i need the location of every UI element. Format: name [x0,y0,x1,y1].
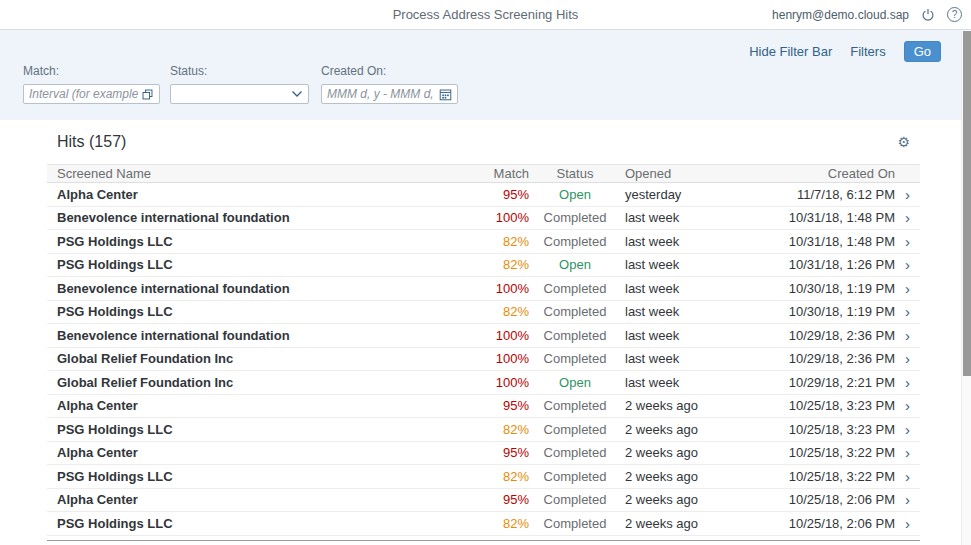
cell-opened: 2 weeks ago [621,422,785,437]
cell-opened: 2 weeks ago [621,398,785,413]
column-header-opened[interactable]: Opened [621,166,785,181]
table-row[interactable]: Benevolence international foundation 100… [47,207,920,231]
table-row[interactable]: PSG Holdings LLC 82% Open last week 10/3… [47,254,920,278]
help-icon[interactable]: ? [947,7,962,22]
table-row[interactable]: Alpha Center 95% Completed 2 weeks ago 1… [47,489,920,513]
cell-opened: last week [621,351,785,366]
cell-match: 82% [469,257,529,272]
table-bottom-divider [47,540,920,541]
cell-created: 10/25/18, 2:06 PM [785,492,895,507]
row-chevron-icon[interactable]: › [895,257,920,272]
row-chevron-icon[interactable]: › [895,445,920,460]
cell-match: 82% [469,469,529,484]
match-input[interactable] [29,87,138,101]
row-chevron-icon[interactable]: › [895,351,920,366]
row-chevron-icon[interactable]: › [895,492,920,507]
status-select[interactable] [170,84,309,104]
hide-filter-bar-link[interactable]: Hide Filter Bar [749,44,832,59]
table-settings-gear-icon[interactable]: ⚙ [897,135,920,149]
cell-screened-name: PSG Holdings LLC [47,257,469,272]
row-chevron-icon[interactable]: › [895,210,920,225]
row-chevron-icon[interactable]: › [895,398,920,413]
cell-match: 100% [469,210,529,225]
row-chevron-icon[interactable]: › [895,469,920,484]
table-row[interactable]: PSG Holdings LLC 82% Completed last week… [47,301,920,325]
filter-bar-actions: Hide Filter Bar Filters Go [749,41,941,62]
row-chevron-icon[interactable]: › [895,187,920,202]
table-row[interactable]: PSG Holdings LLC 82% Completed 2 weeks a… [47,465,920,489]
column-header-status[interactable]: Status [529,166,621,181]
match-label: Match: [23,64,160,78]
row-chevron-icon[interactable]: › [895,281,920,296]
user-email: henrym@demo.cloud.sap [772,8,909,22]
table-row[interactable]: Benevolence international foundation 100… [47,277,920,301]
filter-field-created-on: Created On: [321,64,458,104]
cell-screened-name: Benevolence international foundation [47,328,469,343]
table-row[interactable]: Global Relief Foundation Inc 100% Open l… [47,371,920,395]
page-title: Process Address Screening Hits [393,7,579,22]
row-chevron-icon[interactable]: › [895,304,920,319]
hits-table-section: Hits (157) ⚙ Screened Name Match Status … [47,120,920,541]
logout-icon[interactable] [921,8,935,22]
go-button[interactable]: Go [904,41,941,62]
cell-status: Completed [529,328,621,343]
cell-created: 10/30/18, 1:19 PM [785,304,895,319]
cell-status: Completed [529,422,621,437]
filter-field-status: Status: [170,64,309,104]
table-row[interactable]: PSG Holdings LLC 82% Completed 2 weeks a… [47,512,920,536]
row-chevron-icon[interactable]: › [895,516,920,531]
table-row[interactable]: Alpha Center 95% Completed 2 weeks ago 1… [47,442,920,466]
cell-match: 100% [469,351,529,366]
calendar-icon[interactable] [439,88,452,101]
filter-field-match: Match: [23,64,160,104]
value-help-icon[interactable] [141,88,154,101]
table-row[interactable]: Benevolence international foundation 100… [47,324,920,348]
cell-screened-name: PSG Holdings LLC [47,234,469,249]
cell-match: 100% [469,281,529,296]
row-chevron-icon[interactable]: › [895,375,920,390]
cell-status: Completed [529,351,621,366]
scrollbar-thumb[interactable] [963,31,971,376]
vertical-scrollbar[interactable] [961,30,971,545]
column-header-screened-name[interactable]: Screened Name [47,166,469,181]
filter-bar: Hide Filter Bar Filters Go Match: Status… [0,30,971,120]
row-chevron-icon[interactable]: › [895,422,920,437]
table-row[interactable]: Global Relief Foundation Inc 100% Comple… [47,348,920,372]
cell-screened-name: Global Relief Foundation Inc [47,351,469,366]
cell-screened-name: Benevolence international foundation [47,210,469,225]
cell-match: 95% [469,445,529,460]
filters-link[interactable]: Filters [850,44,885,59]
cell-status: Completed [529,210,621,225]
column-header-created-on[interactable]: Created On [785,166,895,181]
cell-screened-name: PSG Holdings LLC [47,469,469,484]
cell-opened: last week [621,304,785,319]
cell-opened: 2 weeks ago [621,469,785,484]
created-on-input[interactable] [327,87,436,101]
cell-opened: last week [621,210,785,225]
cell-created: 10/31/18, 1:26 PM [785,257,895,272]
cell-match: 100% [469,328,529,343]
cell-status: Open [529,375,621,390]
cell-screened-name: Alpha Center [47,492,469,507]
created-on-input-wrap [321,84,458,104]
row-chevron-icon[interactable]: › [895,234,920,249]
column-header-match[interactable]: Match [469,166,529,181]
table-row[interactable]: PSG Holdings LLC 82% Completed 2 weeks a… [47,418,920,442]
cell-screened-name: Alpha Center [47,187,469,202]
row-chevron-icon[interactable]: › [895,328,920,343]
cell-created: 10/25/18, 3:22 PM [785,445,895,460]
cell-created: 10/29/18, 2:36 PM [785,328,895,343]
cell-created: 10/31/18, 1:48 PM [785,234,895,249]
hits-table-body: Alpha Center 95% Open yesterday 11/7/18,… [47,183,920,536]
cell-status: Completed [529,304,621,319]
cell-screened-name: PSG Holdings LLC [47,422,469,437]
cell-created: 10/29/18, 2:36 PM [785,351,895,366]
table-row[interactable]: PSG Holdings LLC 82% Completed last week… [47,230,920,254]
cell-screened-name: PSG Holdings LLC [47,304,469,319]
cell-opened: last week [621,375,785,390]
cell-opened: last week [621,234,785,249]
cell-opened: last week [621,328,785,343]
cell-status: Open [529,187,621,202]
table-row[interactable]: Alpha Center 95% Open yesterday 11/7/18,… [47,183,920,207]
table-row[interactable]: Alpha Center 95% Completed 2 weeks ago 1… [47,395,920,419]
